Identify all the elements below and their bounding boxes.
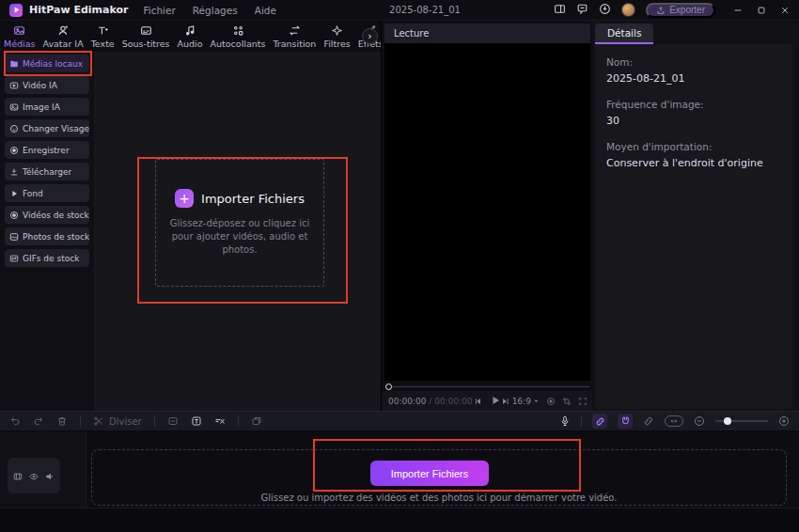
aspect-ratio-dropdown[interactable]: 16:9 (501, 397, 540, 406)
export-icon (656, 6, 666, 15)
export-button[interactable]: Exporter (646, 3, 715, 18)
subtitles-icon (140, 24, 152, 37)
voiceover-mic-button[interactable] (559, 413, 571, 430)
magnet-snap-toggle[interactable] (618, 414, 633, 429)
stock-video-icon (9, 211, 19, 220)
zoom-out-button[interactable] (694, 413, 705, 430)
sidebar-item-gifs-de-stock[interactable]: GIFs de stock (5, 249, 89, 267)
main-content: Médias Avatar IA Texte Sous-titres Audio (0, 21, 799, 411)
crop-button[interactable] (562, 392, 572, 410)
undo-button[interactable] (9, 413, 21, 430)
sidebar-item-photos-de-stock[interactable]: Photos de stock (5, 227, 89, 245)
sidebar-item-enregistrer[interactable]: Enregistrer (5, 141, 89, 159)
split-button[interactable]: Diviser (93, 415, 142, 427)
background-icon (9, 189, 19, 198)
download-icon (9, 167, 19, 177)
close-button[interactable] (780, 1, 790, 19)
sidebar-item-telecharger[interactable]: Télécharger (5, 163, 89, 180)
preview-panel: Lecture 00:00:00 / 00:00:00 16:9 (382, 21, 592, 411)
tab-audio[interactable]: Audio (174, 21, 207, 52)
field-value-nom: 2025-08-21_01 (606, 72, 781, 85)
add-text-button[interactable] (191, 413, 202, 430)
text-icon (97, 24, 109, 37)
freeze-frame-button[interactable] (167, 413, 179, 430)
media-module: Médias Avatar IA Texte Sous-titres Audio (0, 21, 382, 411)
sidebar-item-medias-locaux[interactable]: Médias locaux (5, 55, 89, 72)
link-clips-toggle[interactable] (592, 414, 607, 429)
scrubber-handle[interactable] (385, 383, 392, 390)
tab-autocollants[interactable]: Autocollants (207, 21, 270, 52)
field-label-frequence: Fréquence d'image: (606, 99, 781, 110)
toolbar-separator (154, 415, 155, 427)
sidebar-item-videos-de-stock[interactable]: Vidéos de stock (5, 206, 89, 224)
menu-aide[interactable]: Aide (255, 5, 276, 16)
details-body: Nom: 2025-08-21_01 Fréquence d'image: 30… (595, 44, 792, 409)
titlebar: HitPaw Edimakor Fichier Réglages Aide 20… (0, 0, 799, 21)
scissors-icon (93, 415, 104, 427)
zoom-in-button[interactable] (778, 413, 790, 430)
sidebar-item-image-ia[interactable]: Image IA (5, 98, 89, 116)
download-update-icon[interactable] (599, 1, 611, 19)
timeline-zoom-slider[interactable] (715, 420, 768, 422)
minimize-button[interactable] (733, 1, 743, 19)
toolbar-separator (238, 415, 239, 427)
time-display: 00:00:00 / 00:00:00 (388, 397, 473, 406)
fullscreen-button[interactable] (578, 392, 588, 410)
video-ai-icon (9, 81, 19, 90)
timeline-area: Importer Fichiers Glissez ou importez de… (0, 431, 799, 532)
sidebar-item-changer-visages[interactable]: Changer Visages (5, 119, 89, 137)
field-label-nom: Nom: (606, 56, 781, 68)
import-files-button[interactable]: Importer Fichiers (370, 461, 489, 486)
preview-title: Lecture (394, 28, 429, 39)
scrubber-track[interactable] (388, 386, 589, 387)
feedback-icon[interactable] (576, 1, 588, 19)
maximize-button[interactable] (757, 1, 766, 19)
previous-frame-button[interactable] (473, 392, 482, 410)
compound-clip-button[interactable] (251, 413, 262, 430)
app-window: HitPaw Edimakor Fichier Réglages Aide 20… (0, 0, 799, 532)
music-note-icon (184, 24, 196, 37)
import-files-label: Importer Fichiers (201, 192, 305, 206)
menu-fichier[interactable]: Fichier (143, 5, 175, 16)
preview-header: Lecture (384, 23, 590, 43)
folder-icon (9, 59, 19, 69)
video-viewport[interactable] (384, 43, 590, 381)
tab-medias[interactable]: Médias (0, 21, 39, 52)
timeline-toolbar: Diviser (0, 411, 799, 431)
track-type-icon (13, 467, 23, 485)
zoom-slider-handle[interactable] (724, 417, 731, 425)
layout-panels-icon[interactable] (554, 1, 566, 19)
sidebar-item-fond[interactable]: Fond (5, 184, 89, 202)
auto-ripple-toggle[interactable] (665, 415, 683, 427)
project-title: 2025-08-21_01 (389, 5, 461, 15)
record-icon (9, 146, 19, 155)
snapshot-button[interactable] (546, 392, 556, 410)
menubar: Fichier Réglages Aide (143, 5, 275, 16)
tab-details[interactable]: Détails (595, 23, 653, 44)
menu-reglages[interactable]: Réglages (193, 5, 238, 16)
track-visibility-toggle[interactable] (29, 467, 39, 485)
play-button[interactable] (490, 392, 501, 410)
tab-transition[interactable]: Transition (269, 21, 320, 52)
import-dropzone[interactable]: + Importer Fichiers Glissez-déposez ou c… (155, 159, 324, 287)
tab-sous-titres[interactable]: Sous-titres (118, 21, 174, 52)
tab-avatar-ia[interactable]: Avatar IA (39, 21, 86, 52)
tab-filtres[interactable]: Filtres (320, 21, 353, 52)
feature-tabbar: Médias Avatar IA Texte Sous-titres Audio (0, 21, 381, 52)
app-logo-icon (9, 4, 23, 17)
track-header (8, 458, 60, 493)
track-mute-toggle[interactable] (45, 467, 55, 485)
split-delete-button[interactable] (214, 413, 226, 430)
transition-arrows-icon (289, 24, 301, 37)
redo-button[interactable] (33, 413, 44, 430)
delete-button[interactable] (56, 413, 68, 430)
sparkle-icon (331, 24, 343, 37)
preview-scrubber[interactable] (385, 383, 589, 390)
app-name: HitPaw Edimakor (29, 4, 128, 16)
sidebar-item-video-ia[interactable]: Vidéo IA (5, 76, 89, 94)
tab-texte[interactable]: Texte (87, 21, 118, 52)
timeline-hint: Glissez ou importez des vidéos et des ph… (91, 493, 787, 503)
tabbar-scroll-right-button[interactable]: › (362, 28, 378, 44)
user-avatar[interactable] (621, 3, 635, 17)
unlink-clips-button[interactable] (643, 413, 654, 430)
